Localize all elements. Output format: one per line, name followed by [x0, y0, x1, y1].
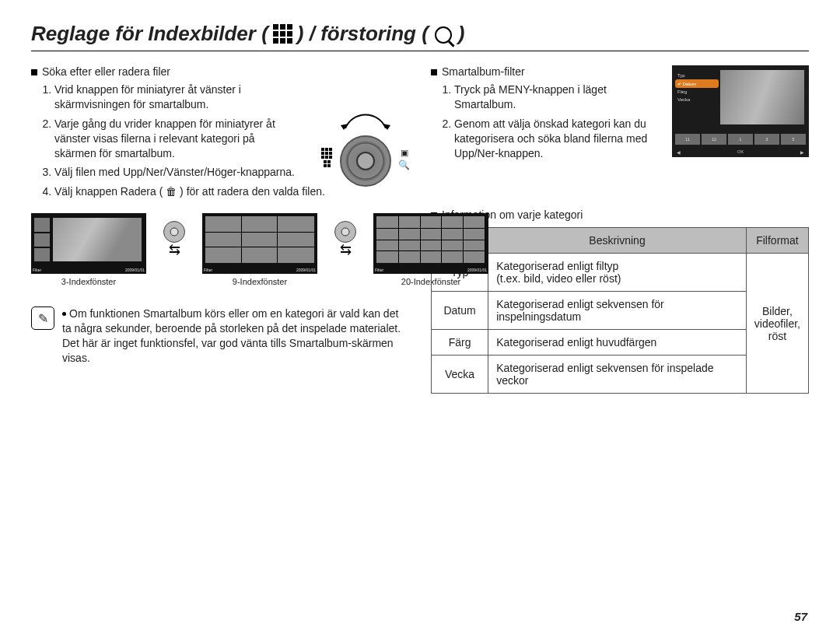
thumb-group-3: Filter 2009/01/01 3-Indexfönster [31, 213, 146, 286]
menu-item-vecka: Vecka [675, 96, 719, 103]
bar-date-20: 2009/01/01 [467, 268, 487, 272]
cell-b-datum: Kategoriserad enligt sekvensen för inspe… [488, 292, 747, 330]
bar-right: ▶ [800, 149, 804, 155]
dial-figure: ▣ 🔍 [317, 113, 414, 170]
note-body: Om funktionen Smartalbum körs eller om e… [62, 307, 401, 364]
menu-item-datum: ✔ Datum [675, 79, 719, 88]
cell-k-farg: Färg [432, 330, 488, 356]
dial-icon [340, 135, 391, 187]
thumbnails-icon-smaller [324, 160, 331, 167]
info-note-icon: ✎ [31, 306, 54, 330]
mock-screen-9: Filter 2009/01/01 [202, 213, 317, 274]
page-title-row: Reglage för Indexbilder ( ) / förstoring… [31, 22, 809, 51]
magnify-small-icon: 🔍 [398, 159, 410, 170]
cell-b-typ: Kategoriserad enligt filtyp (t.ex. bild,… [488, 254, 747, 292]
dial-left-labels [321, 148, 332, 170]
right-steps: Tryck på MENY-knappen i läget Smartalbum… [431, 82, 660, 160]
thumbnails-icon-small [321, 148, 332, 159]
dial-mini-icon-2 [334, 221, 356, 243]
strip-11: 11 [675, 134, 700, 145]
dial-arrows-icon [336, 113, 395, 131]
strip-3: 3 [754, 134, 779, 145]
caption-9: 9-Indexfönster [233, 277, 287, 286]
knob-gap-2: ⇆ [334, 221, 356, 254]
th-beskrivning: Beskrivning [488, 228, 747, 254]
strip-1: 1 [728, 134, 753, 145]
page-title: Reglage för Indexbilder ( ) / förstoring… [31, 22, 809, 46]
bar-filter: Filter [33, 268, 41, 272]
mock-screen-3: Filter 2009/01/01 [31, 213, 146, 274]
strip-12: 12 [702, 134, 726, 145]
title-part3: ) [458, 22, 465, 46]
thumb-group-9: Filter 2009/01/01 9-Indexfönster [202, 213, 317, 286]
right-heading-1: Smartalbum-filter [431, 65, 660, 78]
thumb-row: Filter 2009/01/01 3-Indexfönster ⇆ Filte… [31, 213, 404, 286]
menu-item-typ: Typ [675, 72, 719, 79]
right-step-1: Tryck på MENY-knappen i läget Smartalbum… [454, 82, 660, 112]
dial-mini-icon [163, 221, 185, 243]
note-box: ✎ Om funktionen Smartalbum körs eller om… [31, 306, 404, 366]
bi-arrow-icon-2: ⇆ [340, 246, 352, 254]
left-heading-1-text: Söka efter eller radera filer [42, 65, 170, 78]
title-part1: Reglage för Indexbilder ( [31, 22, 268, 46]
bi-arrow-icon: ⇆ [169, 246, 180, 254]
bar-filter-20: Filter [375, 268, 383, 272]
page-number: 57 [794, 610, 807, 623]
cell-b-farg: Kategoriserad enligt huvudfärgen [488, 330, 747, 356]
thumbnails-icon [273, 24, 292, 44]
th-filformat: Filformat [746, 228, 808, 254]
bar-date-9: 2009/01/01 [296, 268, 316, 272]
left-step-4-text: Välj knappen Radera ( 🗑 ) för att radera… [54, 185, 325, 198]
left-step-1: Vrid knappen för miniatyrer åt vänster i… [54, 82, 404, 112]
left-heading-1: Söka efter eller radera filer [31, 65, 404, 78]
bar-left: ◀ [677, 149, 681, 155]
mock-screen-20: Filter 2009/01/01 [373, 213, 488, 274]
menu-item-farg: Färg [675, 88, 719, 96]
bar-filter-9: Filter [204, 268, 212, 272]
bar-ok: OK [737, 149, 744, 155]
svg-marker-0 [341, 124, 348, 130]
cell-b-vecka: Kategoriserad enligt sekvensen för inspe… [488, 356, 747, 394]
filter-screen-mock: Typ ✔ Datum Färg Vecka 11 12 1 3 5 ◀ [672, 65, 809, 157]
play-icon: ▣ [401, 148, 408, 158]
menu-item-datum-text: Datum [683, 82, 697, 86]
cell-k-vecka: Vecka [432, 356, 488, 394]
knob-gap-1: ⇆ [163, 221, 185, 254]
dial-right-labels: ▣ 🔍 [398, 148, 410, 170]
right-step-2: Genom att välja önskad kategori kan du k… [454, 117, 660, 161]
bar-date: 2009/01/01 [125, 268, 145, 272]
note-text: Om funktionen Smartalbum körs eller om e… [62, 306, 404, 366]
right-heading-1-text: Smartalbum-filter [442, 65, 525, 78]
cell-k-datum: Datum [432, 292, 488, 330]
strip-5: 5 [781, 134, 806, 145]
caption-3: 3-Indexfönster [61, 277, 116, 286]
title-part2: ) / förstoring ( [297, 22, 429, 46]
magnify-icon [435, 26, 452, 44]
square-bullet-icon [31, 69, 37, 75]
square-bullet-icon-2 [431, 69, 437, 75]
left-step-4: Välj knappen Radera ( 🗑 ) för att radera… [54, 184, 404, 199]
svg-marker-1 [383, 124, 390, 130]
cell-format: Bilder, videofiler, röst [746, 254, 808, 394]
bullet-dot-icon [62, 312, 66, 316]
